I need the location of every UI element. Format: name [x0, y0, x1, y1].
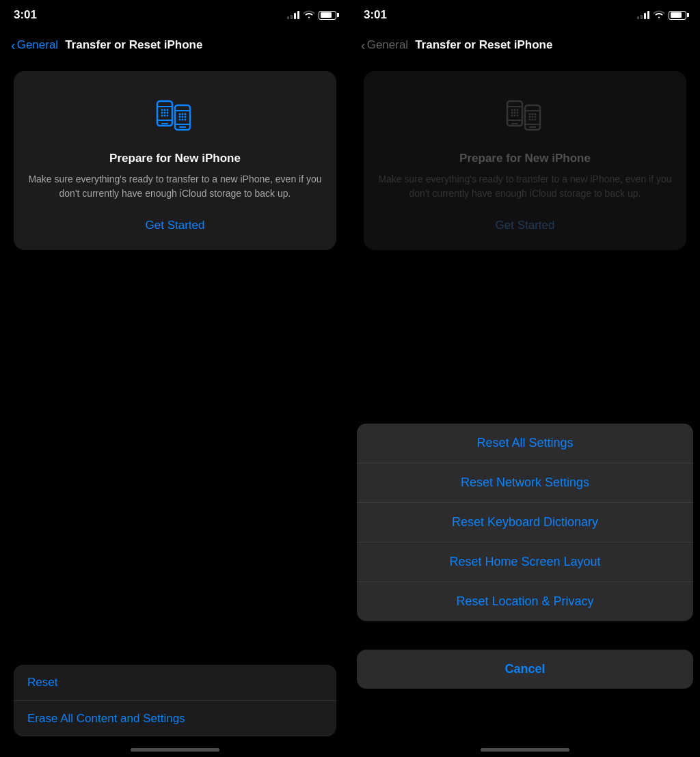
signal-icon-right: [637, 11, 649, 19]
svg-point-50: [532, 119, 534, 121]
reset-keyboard-dictionary-item[interactable]: Reset Keyboard Dictionary: [357, 503, 693, 542]
prepare-card-right: Prepare for New iPhone Make sure everyth…: [364, 71, 686, 250]
svg-point-24: [182, 119, 184, 121]
svg-point-43: [529, 113, 531, 115]
svg-point-11: [164, 115, 166, 117]
reset-list-item[interactable]: Reset: [14, 665, 336, 701]
reset-location-privacy-label: Reset Location & Privacy: [456, 594, 593, 608]
nav-bar-left: ‹ General Transfer or Reset iPhone: [0, 30, 350, 60]
transfer-icon-right: [498, 87, 552, 142]
card-description-right: Make sure everything's ready to transfer…: [377, 172, 673, 201]
home-indicator-right: [481, 748, 569, 752]
reset-keyboard-dictionary-label: Reset Keyboard Dictionary: [452, 515, 598, 529]
cancel-label: Cancel: [504, 662, 545, 676]
reset-all-settings-item[interactable]: Reset All Settings: [357, 424, 693, 463]
status-bar-left: 3:01: [0, 0, 350, 30]
get-started-button-left[interactable]: Get Started: [146, 215, 205, 236]
svg-point-5: [164, 109, 166, 111]
nav-title-left: Transfer or Reset iPhone: [65, 38, 202, 52]
reset-network-settings-label: Reset Network Settings: [461, 476, 589, 489]
status-icons-right: [637, 10, 686, 20]
svg-point-9: [167, 112, 169, 114]
back-label-right: General: [367, 38, 408, 52]
back-button-right[interactable]: ‹ General: [361, 38, 408, 52]
svg-point-8: [164, 112, 166, 114]
svg-point-12: [167, 115, 169, 117]
reset-location-privacy-item[interactable]: Reset Location & Privacy: [357, 582, 693, 621]
reset-home-screen-layout-label: Reset Home Screen Layout: [449, 555, 600, 568]
card-description-left: Make sure everything's ready to transfer…: [27, 172, 323, 201]
svg-rect-42: [529, 126, 536, 128]
card-title-right: Prepare for New iPhone: [459, 152, 591, 165]
svg-point-20: [179, 116, 181, 118]
home-indicator-left: [131, 748, 219, 752]
svg-point-46: [529, 116, 531, 118]
svg-point-22: [185, 116, 187, 118]
svg-point-31: [514, 109, 516, 111]
svg-point-48: [535, 116, 537, 118]
svg-point-35: [517, 112, 519, 114]
prepare-card-left: Prepare for New iPhone Make sure everyth…: [14, 71, 336, 250]
svg-point-7: [161, 112, 163, 114]
status-time-right: 3:01: [364, 8, 387, 22]
bottom-list-left: Reset Erase All Content and Settings: [14, 665, 336, 737]
status-icons-left: [287, 10, 336, 20]
reset-network-settings-item[interactable]: Reset Network Settings: [357, 463, 693, 503]
svg-point-34: [514, 112, 516, 114]
reset-menu: Reset All Settings Reset Network Setting…: [357, 424, 693, 621]
svg-point-32: [517, 109, 519, 111]
svg-point-44: [532, 113, 534, 115]
reset-all-settings-label: Reset All Settings: [476, 436, 573, 450]
nav-title-right: Transfer or Reset iPhone: [415, 38, 552, 52]
svg-point-25: [185, 119, 187, 121]
reset-home-screen-layout-item[interactable]: Reset Home Screen Layout: [357, 542, 693, 582]
chevron-left-icon-left: ‹: [11, 38, 16, 52]
svg-point-19: [185, 113, 187, 115]
card-container-right: Prepare for New iPhone Make sure everyth…: [350, 60, 700, 250]
signal-icon-left: [287, 11, 299, 19]
svg-rect-29: [511, 123, 518, 124]
wifi-icon-left: [304, 10, 314, 20]
card-container-left: Prepare for New iPhone Make sure everyth…: [0, 60, 350, 250]
erase-list-item[interactable]: Erase All Content and Settings: [14, 701, 336, 737]
back-button-left[interactable]: ‹ General: [11, 38, 58, 52]
svg-point-38: [517, 115, 519, 117]
status-bar-right: 3:01: [350, 0, 700, 30]
get-started-button-right[interactable]: Get Started: [496, 215, 555, 236]
nav-bar-right: ‹ General Transfer or Reset iPhone: [350, 30, 700, 60]
status-time-left: 3:01: [14, 8, 37, 22]
svg-point-10: [161, 115, 163, 117]
svg-rect-3: [161, 123, 168, 124]
left-panel: 3:01 ‹ General T: [0, 0, 350, 757]
svg-rect-16: [179, 126, 186, 128]
right-panel: 3:01 ‹ General T: [350, 0, 700, 757]
svg-point-17: [179, 113, 181, 115]
svg-point-6: [167, 109, 169, 111]
battery-icon-right: [669, 11, 686, 20]
svg-point-18: [182, 113, 184, 115]
svg-point-4: [161, 109, 163, 111]
svg-point-47: [532, 116, 534, 118]
svg-point-30: [511, 109, 513, 111]
svg-point-45: [535, 113, 537, 115]
svg-point-49: [529, 119, 531, 121]
reset-label: Reset: [27, 676, 57, 689]
svg-point-36: [511, 115, 513, 117]
svg-point-37: [514, 115, 516, 117]
svg-point-51: [535, 119, 537, 121]
card-title-left: Prepare for New iPhone: [109, 152, 241, 165]
svg-point-23: [179, 119, 181, 121]
wifi-icon-right: [654, 10, 664, 20]
svg-point-33: [511, 112, 513, 114]
svg-point-21: [182, 116, 184, 118]
battery-icon-left: [319, 11, 336, 20]
chevron-left-icon-right: ‹: [361, 38, 366, 52]
erase-label: Erase All Content and Settings: [27, 712, 185, 725]
back-label-left: General: [17, 38, 58, 52]
cancel-button[interactable]: Cancel: [357, 650, 693, 689]
transfer-icon-left: [148, 87, 202, 142]
